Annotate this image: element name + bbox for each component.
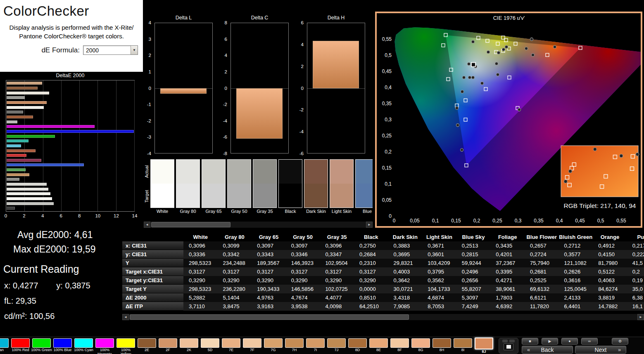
x-axis-tick: 10 [95,213,100,218]
table-scrollbar[interactable]: ◄ ► [122,314,644,320]
scroll-track[interactable] [151,222,366,228]
scroll-thumb[interactable] [130,314,409,320]
patch-button-2e[interactable]: 2E [136,337,157,354]
y-axis-tick: -4 [223,118,227,123]
patch-button-2k[interactable]: 2K [178,337,200,354]
page-title: ColorChecker [0,0,143,19]
patch-button-2f[interactable]: 2F [157,337,178,354]
loop-button[interactable]: ∞ [581,338,598,345]
patch-button-7i[interactable]: 7I [305,337,326,354]
de-formula-label: dE Formula: [41,46,80,54]
patch-button-100-yellow[interactable]: 100% Yellow [115,337,136,354]
table-cell: 11,7820 [525,302,559,311]
pattern-window-panel [499,338,518,354]
pattern-window-button[interactable] [504,343,513,350]
de-formula-select[interactable]: 2000 ▼ [83,45,138,55]
patch-label: 8J [473,350,494,354]
swatch-cell: Gray 35 [252,159,278,215]
table-cell: 0,0000 [354,285,388,293]
measurements-marker [460,149,463,151]
stop-button[interactable]: ■ [522,338,538,345]
table-cell: 81,7980 [593,259,627,267]
y-axis-tick: 0,45 [382,68,392,74]
patch-label: 2E [136,348,157,352]
table-cell: 0,2712 [559,241,593,250]
patch-button-100-magenta[interactable]: 100% Magenta [94,337,115,354]
scroll-left-icon[interactable]: ◄ [122,314,129,320]
x-axis-tick: 6 [60,213,62,218]
delta-l-bar [160,88,207,94]
patch-swatch [32,338,51,348]
swatch-cell: Blue [354,159,373,215]
de-bar-row [7,120,134,123]
patch-swatch [390,338,409,348]
x-axis-tick: 0 [393,218,396,224]
row-label: Target x:CIE31 [122,267,183,276]
scroll-right-icon[interactable]: ► [637,314,644,320]
column-header: Gray 80 [218,233,252,241]
patch-button-8g[interactable]: 8G [410,337,431,354]
y-axis-ticks: 43210-1-2-3-4 [140,23,153,153]
table-cell: 7,4249 [456,302,491,311]
delta-h-bar [313,41,359,88]
pattern-tab-icon[interactable] [509,340,515,342]
measurements-marker [495,62,498,65]
patch-button-8j[interactable]: 8J [473,337,494,354]
de-bar [7,101,47,104]
back-button[interactable]: « Back [522,346,573,354]
y-axis-tick: 0,1 [385,181,392,187]
patch-swatch [369,338,388,348]
table-cell: 0,2657 [525,241,559,250]
scroll-right-icon[interactable]: ► [366,222,373,228]
patch-button-cyan[interactable]: Cyan [0,337,10,354]
patch-button-100-blue[interactable]: 100% Blue [52,337,73,354]
x-axis-tick: 0,3 [515,218,522,224]
actual-label: Actual [144,159,149,184]
chevron-down-icon[interactable]: ▼ [131,46,138,54]
row-label: ΔE 2000 [122,293,183,302]
swatch-cell: Dark Skin [303,159,329,215]
zoom-inset-box [561,146,638,197]
table-cell: 298,5323 [183,285,218,293]
patch-button-7j[interactable]: 7J [326,337,347,354]
patch-button-100-red[interactable]: 100% Red [10,337,31,354]
patch-button-8h[interactable]: 8H [431,337,452,354]
results-table: WhiteGray 80Gray 65Gray 50Gray 35BlackDa… [122,233,644,320]
patch-button-8e[interactable]: 8E [368,337,389,354]
scroll-left-icon[interactable]: ◄ [144,222,150,228]
swatch-strip: Actual Target WhiteGray 80Gray 65Gray 50… [144,159,373,228]
patch-swatch [95,338,114,348]
next-button[interactable]: Next » [575,346,626,354]
patch-button-7h[interactable]: 7H [284,337,305,354]
de-bar [7,178,19,181]
table-cell: 0,2750 [354,241,388,250]
table-cell: 0,3601 [422,250,456,259]
patch-button-7e[interactable]: 7E [221,337,242,354]
patch-button-5d[interactable]: 5D [200,337,221,354]
y-axis-tick: 3 [149,37,151,42]
cie-chromaticity-svg: CIE 1976 u'v' 00,050,10,150,20,250,30,35… [377,13,641,226]
measurements-marker [455,106,458,109]
settings-button[interactable]: ⚙ [612,338,628,345]
x-axis-tick: 0,45 [575,218,585,224]
patch-button-7f[interactable]: 7F [242,337,263,354]
swatch-scrollbar[interactable]: ◄ ► [144,222,373,228]
delta-c-chart: Delta C 86420-2-4-6-8 [216,15,290,158]
patch-button-8f[interactable]: 8F [389,337,410,354]
measurements-marker [480,82,483,85]
record-button[interactable]: ● [561,338,578,345]
patch-button-100-green[interactable]: 100% Green [31,337,52,354]
patch-button-100-cyan[interactable]: 100% Cyan [73,337,94,354]
x-axis-tick: 4 [41,213,44,218]
measurements-marker [496,73,499,76]
table-cell: 0,2681 [525,267,559,276]
scroll-thumb[interactable] [151,222,231,227]
patch-swatch [138,338,156,348]
patch-label: 2F [157,348,178,352]
patch-button-8i[interactable]: 8I [452,337,473,354]
patch-button-7g[interactable]: 7G [263,337,284,354]
pattern-tab-icon[interactable] [502,340,508,342]
scroll-track[interactable] [129,314,637,320]
play-button[interactable]: ▶ [542,338,558,345]
patch-button-8d[interactable]: 8D [347,337,368,354]
